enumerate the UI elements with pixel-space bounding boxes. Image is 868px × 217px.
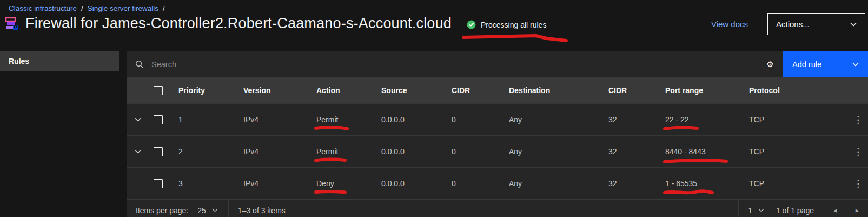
- cell-priority: 2: [178, 147, 243, 156]
- cell-port-range: 8440 - 8443: [665, 147, 706, 156]
- table-settings-button[interactable]: ⚙: [757, 51, 783, 77]
- breadcrumb-classic-infrastructure[interactable]: Classic infrastructure: [9, 4, 77, 12]
- header-actions: View docs Actions...: [711, 13, 865, 35]
- cell-port-range: 22 - 22: [665, 115, 689, 124]
- page-number-select[interactable]: 1: [748, 206, 764, 215]
- chevron-down-icon: [135, 117, 141, 122]
- cell-destination-cidr: 32: [608, 115, 665, 124]
- cell-destination-cidr: 32: [608, 147, 665, 156]
- row-checkbox[interactable]: [154, 179, 163, 188]
- row-overflow-menu[interactable]: ⋮: [853, 146, 868, 157]
- pagination-left: Items per page: 25 1–3 of 3 items: [127, 200, 286, 217]
- red-underline-annotation: [662, 189, 714, 196]
- cell-destination: Any: [509, 115, 608, 124]
- breadcrumb-separator: /: [81, 4, 83, 12]
- red-underline-annotation: [461, 33, 568, 43]
- sidebar: Rules: [0, 51, 119, 217]
- breadcrumb-single-server-firewalls[interactable]: Single server firewalls: [88, 4, 158, 12]
- red-underline-annotation: [314, 125, 349, 131]
- items-per-page-select[interactable]: 25: [197, 206, 218, 215]
- checkmark-filled-icon: [467, 20, 476, 29]
- cell-source: 0.0.0.0: [381, 179, 452, 188]
- column-header-source: Source: [381, 86, 452, 95]
- breadcrumb: Classic infrastructure / Single server f…: [0, 4, 868, 12]
- chevron-down-icon: [758, 208, 764, 212]
- cell-action: Permit: [316, 147, 338, 156]
- cell-priority: 1: [178, 115, 243, 124]
- view-docs-link[interactable]: View docs: [711, 19, 748, 29]
- items-per-page-value: 25: [197, 206, 206, 215]
- search-box[interactable]: [127, 51, 757, 77]
- status-label: Processing all rules: [481, 21, 546, 29]
- cell-source-cidr: 0: [452, 179, 509, 188]
- add-rule-label: Add rule: [792, 60, 821, 69]
- table-header-row: Priority Version Action Source CIDR Dest…: [127, 77, 868, 103]
- add-rule-button[interactable]: Add rule: [783, 51, 868, 77]
- cell-source-cidr: 0: [452, 115, 509, 124]
- cell-protocol: TCP: [749, 147, 853, 156]
- row-overflow-menu[interactable]: ⋮: [853, 178, 868, 189]
- column-header-destination-cidr: CIDR: [608, 86, 665, 95]
- pagination-bar: Items per page: 25 1–3 of 3 items 1: [127, 199, 868, 217]
- cell-version: IPv4: [243, 179, 316, 188]
- row-checkbox[interactable]: [154, 115, 163, 124]
- column-header-protocol: Protocol: [749, 86, 853, 95]
- cell-port-range: 1 - 65535: [665, 179, 697, 188]
- cell-protocol: TCP: [749, 179, 853, 188]
- gear-icon: ⚙: [766, 60, 773, 69]
- cell-destination: Any: [509, 147, 608, 156]
- column-header-port-range: Port range: [665, 86, 749, 95]
- rules-table-panel: ⚙ Add rule Priority Version Action Sourc…: [127, 51, 868, 217]
- cell-action: Deny: [316, 179, 334, 188]
- pagination-divider: [228, 200, 229, 217]
- red-underline-annotation: [662, 125, 699, 131]
- cell-source-cidr: 0: [452, 147, 509, 156]
- row-expander[interactable]: [127, 117, 149, 122]
- column-header-destination: Destination: [509, 86, 608, 95]
- column-header-version: Version: [243, 86, 316, 95]
- row-checkbox[interactable]: [154, 147, 163, 156]
- cell-action: Permit: [316, 115, 338, 124]
- cell-destination: Any: [509, 179, 608, 188]
- cell-destination-cidr: 32: [608, 179, 665, 188]
- cell-source: 0.0.0.0: [381, 147, 452, 156]
- column-header-action: Action: [316, 86, 381, 95]
- next-page-button[interactable]: ▸: [846, 200, 868, 217]
- row-expander[interactable]: [127, 149, 149, 154]
- previous-page-button[interactable]: ◂: [824, 200, 846, 217]
- column-header-priority: Priority: [178, 86, 243, 95]
- table-row: 3 IPv4 Deny 0.0.0.0 0 Any 32 1 - 65535 T…: [127, 167, 868, 199]
- red-underline-annotation: [314, 157, 347, 163]
- actions-dropdown-label: Actions...: [776, 19, 810, 29]
- chevron-down-icon: [852, 62, 859, 67]
- pagination-right: 1 1 of 1 page ◂ ▸: [738, 200, 868, 217]
- table-row: 1 IPv4 Permit 0.0.0.0 0 Any 32 22 - 22 T…: [127, 103, 868, 135]
- chevron-down-icon: [212, 208, 218, 212]
- items-per-page-label: Items per page:: [136, 206, 188, 215]
- cell-protocol: TCP: [749, 115, 853, 124]
- page-number-value: 1: [748, 206, 752, 215]
- actions-dropdown[interactable]: Actions...: [767, 13, 865, 35]
- table-toolbar: ⚙ Add rule: [127, 51, 868, 77]
- red-underline-annotation: [314, 189, 347, 195]
- red-underline-annotation: [662, 157, 728, 165]
- row-overflow-menu[interactable]: ⋮: [853, 114, 868, 125]
- search-input[interactable]: [151, 60, 525, 69]
- select-all-checkbox[interactable]: [154, 86, 163, 95]
- page-of-label: 1 of 1 page: [776, 206, 814, 215]
- cell-source: 0.0.0.0: [381, 115, 452, 124]
- chevron-down-icon: [850, 22, 857, 27]
- sidebar-item-rules-label: Rules: [9, 57, 29, 65]
- cell-priority: 3: [178, 179, 243, 188]
- firewall-icon: [4, 16, 19, 31]
- breadcrumb-separator: /: [163, 4, 165, 12]
- cell-version: IPv4: [243, 115, 316, 124]
- page-header: Classic infrastructure / Single server f…: [0, 0, 868, 49]
- content: Rules ⚙ Add rule: [0, 51, 868, 217]
- chevron-down-icon: [135, 149, 141, 154]
- column-header-source-cidr: CIDR: [452, 86, 509, 95]
- status-badge: Processing all rules: [467, 20, 546, 29]
- table-row: 2 IPv4 Permit 0.0.0.0 0 Any 32 8440 - 84…: [127, 135, 868, 167]
- pagination-divider: [738, 200, 739, 217]
- sidebar-item-rules[interactable]: Rules: [0, 51, 119, 71]
